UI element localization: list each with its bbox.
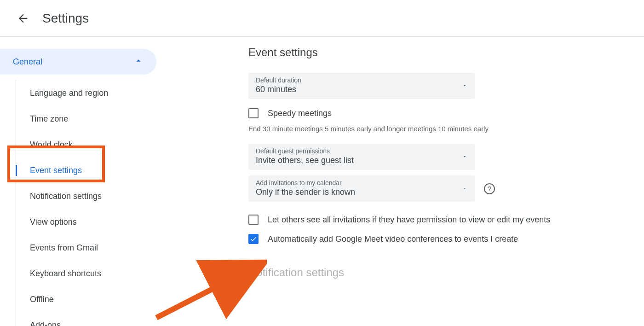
select-label: Default duration bbox=[256, 76, 467, 84]
check-icon bbox=[250, 235, 257, 243]
auto-add-meet-row: Automatically add Google Meet video conf… bbox=[248, 234, 550, 244]
app-header: Settings bbox=[0, 0, 644, 37]
select-value: 60 minutes bbox=[256, 85, 467, 94]
sidebar-item-view-options[interactable]: View options bbox=[16, 209, 156, 235]
next-section-title: Notification settings bbox=[248, 266, 550, 279]
help-icon[interactable]: ? bbox=[484, 183, 495, 194]
arrow-left-icon bbox=[17, 12, 29, 25]
speedy-meetings-checkbox[interactable] bbox=[248, 108, 259, 118]
sidebar-item-addons[interactable]: Add-ons bbox=[16, 312, 156, 326]
sidebar-item-keyboard-shortcuts[interactable]: Keyboard shortcuts bbox=[16, 261, 156, 286]
sidebar-item-events-gmail[interactable]: Events from Gmail bbox=[16, 235, 156, 261]
add-invitations-select[interactable]: Add invitations to my calendar Only if t… bbox=[248, 175, 475, 202]
speedy-meetings-helper: End 30 minute meetings 5 minutes early a… bbox=[248, 125, 550, 133]
auto-add-meet-checkbox[interactable] bbox=[248, 234, 259, 244]
dropdown-icon bbox=[462, 153, 467, 161]
back-arrow-button[interactable] bbox=[17, 12, 29, 25]
dropdown-icon bbox=[462, 82, 467, 90]
page-title: Settings bbox=[42, 11, 89, 26]
dropdown-icon bbox=[462, 185, 467, 193]
see-all-invitations-checkbox[interactable] bbox=[248, 215, 259, 225]
sidebar-item-language[interactable]: Language and region bbox=[16, 80, 156, 106]
speedy-meetings-row: Speedy meetings bbox=[248, 108, 550, 118]
speedy-meetings-label: Speedy meetings bbox=[268, 109, 332, 118]
sidebar-nav-list: Language and region Time zone World cloc… bbox=[16, 80, 156, 326]
sidebar: General Language and region Time zone Wo… bbox=[0, 37, 156, 326]
sidebar-item-worldclock[interactable]: World clock bbox=[16, 132, 156, 157]
sidebar-item-event-settings[interactable]: Event settings bbox=[16, 157, 156, 183]
section-title: Event settings bbox=[248, 46, 550, 59]
sidebar-section-general[interactable]: General bbox=[0, 49, 156, 75]
main-content: Event settings Default duration 60 minut… bbox=[156, 37, 550, 326]
sidebar-item-offline[interactable]: Offline bbox=[16, 286, 156, 312]
sidebar-item-notification-settings[interactable]: Notification settings bbox=[16, 183, 156, 209]
sidebar-item-timezone[interactable]: Time zone bbox=[16, 106, 156, 132]
see-all-invitations-row: Let others see all invitations if they h… bbox=[248, 215, 550, 225]
guest-permissions-select[interactable]: Default guest permissions Invite others,… bbox=[248, 144, 475, 170]
sidebar-section-label: General bbox=[13, 57, 42, 67]
default-duration-select[interactable]: Default duration 60 minutes bbox=[248, 73, 475, 99]
chevron-up-icon bbox=[133, 56, 144, 68]
